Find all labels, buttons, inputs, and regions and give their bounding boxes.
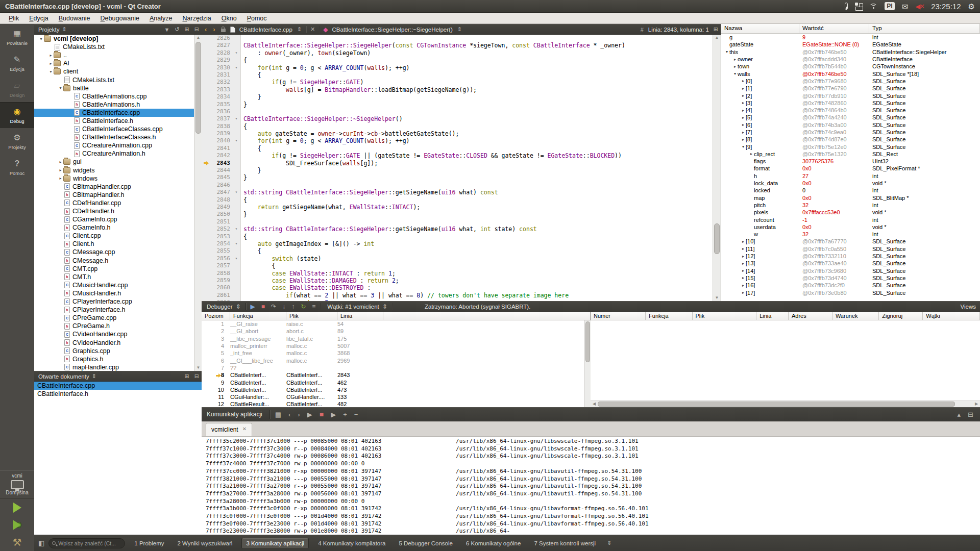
locals-row[interactable]: map0x0SDL_BlitMap * [721, 194, 980, 202]
clock[interactable]: 23:25:12 [931, 2, 961, 11]
breakpoint-margin[interactable] [202, 108, 213, 115]
fold-marker-icon[interactable]: ▾ [232, 137, 241, 144]
code-line[interactable]: 2830▾ for(int g = 0; g < ARRAY_COUNT(wal… [202, 64, 713, 71]
tree-item[interactable]: CCreatureAnimation.cpp [34, 141, 202, 149]
expander-icon[interactable]: ▸ [741, 283, 746, 288]
expander-icon[interactable]: ▾ [741, 144, 746, 149]
tree-item[interactable]: ▸widgets [34, 166, 202, 174]
toggle-sidebar-icon[interactable]: ◧ [34, 539, 48, 547]
code-line[interactable]: 2835} [202, 101, 713, 108]
tree-item[interactable]: CVideoHandler.cpp [34, 330, 202, 338]
locals-row[interactable]: ▸[5]@0x7fffb74a4240SDL_Surface [721, 114, 980, 121]
code-line[interactable]: 2860 case EWallState::DESTROYED : [202, 284, 713, 291]
locals-row[interactable]: w32int [721, 231, 980, 238]
close-panel-icon[interactable]: ⊟ [964, 411, 977, 418]
stack-frame-row[interactable]: 2__GI_abortabort.c89 [202, 328, 590, 335]
code-line[interactable]: 2855 { [202, 247, 713, 255]
workspace-grid-icon[interactable] [855, 3, 858, 6]
zoom-out-icon[interactable]: − [351, 411, 362, 418]
breakpoint-margin[interactable] [202, 57, 213, 64]
breakpoint-margin[interactable] [202, 182, 213, 189]
breakpoints-column-header[interactable]: Plik [693, 312, 757, 320]
locals-row[interactable]: ▸[12]@0x7fffb7332110SDL_Surface [721, 253, 980, 260]
open-document-item[interactable]: CBattleInterface.cpp [34, 382, 202, 390]
breakpoints-column-header[interactable]: Warunek [832, 312, 879, 320]
close-panel-icon[interactable]: ⊟ [192, 26, 202, 33]
stack-frame-row[interactable]: 7?? [202, 364, 590, 371]
code-line[interactable]: 2842 if(g != SiegeHelper::GATE || (gateS… [202, 152, 713, 159]
tree-item[interactable]: CMusicHandler.h [34, 289, 202, 297]
stack-scrollbar[interactable] [584, 320, 591, 407]
stack-column-header[interactable]: Poziom [202, 312, 230, 320]
tree-item[interactable]: ▸gui [34, 158, 202, 166]
expander-icon[interactable]: ▸ [741, 93, 746, 98]
breakpoint-margin[interactable] [202, 262, 213, 269]
search-input[interactable] [58, 540, 119, 546]
breakpoint-margin[interactable] [202, 93, 213, 101]
locals-row[interactable]: ▾this@0x7fffb746be50CBattleInterface::Si… [721, 48, 980, 56]
tree-item[interactable]: CBattleAnimations.h [34, 101, 202, 109]
menu-edycja[interactable]: Edycja [24, 14, 53, 23]
locals-row[interactable]: ▸owner@0x7fffacddd340CBattleInterface [721, 56, 980, 63]
code-line[interactable]: 2858 case EWallState::INTACT : return 1; [202, 270, 713, 277]
expander-icon[interactable]: ▸ [741, 122, 746, 127]
run-button[interactable] [0, 499, 34, 516]
stack-column-header[interactable]: Linia [337, 312, 383, 320]
tree-item[interactable]: ▾client [34, 67, 202, 76]
breakpoint-margin[interactable] [202, 233, 213, 240]
expander-icon[interactable]: ▸ [741, 130, 746, 135]
wifi-icon[interactable] [869, 4, 877, 9]
expander-icon[interactable]: ▾ [724, 49, 729, 54]
breakpoint-margin[interactable] [202, 255, 213, 262]
fold-marker-icon[interactable]: ▾ [232, 240, 241, 247]
expander-icon[interactable]: ▸ [741, 276, 746, 280]
build-button[interactable]: ⚒ [0, 534, 34, 551]
debugger-selector[interactable]: Debugger [202, 304, 233, 310]
mode-pomoc[interactable]: Pomoc [0, 154, 34, 180]
locals-row[interactable]: ▸clip_rect@0x7fffb75e1320SDL_Rect [721, 151, 980, 158]
step-out-icon[interactable]: ↑ [288, 303, 298, 310]
locals-row[interactable]: ▸town@0x7fffb7b544b0CGTownInstance [721, 63, 980, 70]
tree-item[interactable]: CBattleAnimations.cpp [34, 92, 202, 101]
tree-item[interactable]: CBattleInterface.h [34, 117, 202, 125]
tree-item[interactable]: CPreGame.h [34, 322, 202, 330]
output-panes-arrows[interactable]: ⇕ [607, 540, 611, 546]
close-tab-icon[interactable]: ✕ [242, 426, 247, 432]
symbol-dropdown[interactable]: CBattleInterface::SiegeHelper::~SiegeHel… [330, 27, 455, 33]
application-output-console[interactable]: 7ffff35c2000-7ffff37c1000 ---p 00085000 … [202, 437, 980, 535]
session-gear-icon[interactable]: ⚙ [968, 3, 975, 10]
tree-item[interactable]: CMT.h [34, 273, 202, 281]
tree-item[interactable]: CBitmapHandler.cpp [34, 183, 202, 191]
expander-icon[interactable]: ▸ [741, 290, 746, 295]
locals-row[interactable]: ▸[13]@0x7fffb733ae40SDL_Surface [721, 260, 980, 267]
locals-row[interactable]: ▸[10]@0x7fffb7a67770SDL_Surface [721, 238, 980, 245]
tree-item[interactable]: ▾battle [34, 84, 202, 92]
stack-frame-row[interactable]: 11CGuiHandler:...CGuiHandler....133 [202, 393, 590, 400]
step-into-icon[interactable]: ↓ [279, 303, 288, 310]
breakpoint-margin[interactable] [202, 189, 213, 196]
tree-item[interactable]: CGameInfo.h [34, 223, 202, 232]
tree-item[interactable]: CMusicHandler.cpp [34, 281, 202, 289]
scroll-right-arrow[interactable]: ▶ [973, 401, 980, 407]
split-panel-icon[interactable]: ⊞ [182, 373, 192, 380]
tree-item[interactable]: CMT.cpp [34, 265, 202, 273]
tree-item[interactable]: ▾vcmi [develop] [34, 35, 202, 43]
mode-debug[interactable]: Debug [0, 102, 34, 128]
locals-row[interactable]: ▸[14]@0x7fffb73c9680SDL_Surface [721, 267, 980, 274]
menu-okno[interactable]: Okno [217, 14, 241, 23]
breakpoint-margin[interactable] [202, 240, 213, 247]
locals-row[interactable]: pixels0x7fffaccc53e0void * [721, 209, 980, 216]
scroll-down-arrow[interactable]: ▼ [194, 365, 202, 371]
locals-row[interactable]: h27int [721, 172, 980, 180]
debugger-selector-arrows[interactable]: ⇕ [233, 303, 244, 310]
code-line[interactable]: 2853{ [202, 233, 713, 240]
step-over-icon[interactable]: ↷ [268, 303, 279, 310]
stack-frame-row[interactable]: 9CBattleInterf...CBattleInterf...462 [202, 379, 590, 386]
locals-row[interactable]: ▸[15]@0x7fffb73d4740SDL_Surface [721, 274, 980, 282]
expander-icon[interactable]: ▸ [741, 101, 746, 105]
fold-marker-icon[interactable]: ▾ [232, 189, 241, 196]
expander-icon[interactable]: ▸ [741, 86, 746, 91]
expander-icon[interactable]: ▾ [732, 71, 738, 76]
expander-closed-icon[interactable]: ▸ [58, 168, 63, 172]
mode-projekty[interactable]: Projekty [0, 128, 34, 154]
